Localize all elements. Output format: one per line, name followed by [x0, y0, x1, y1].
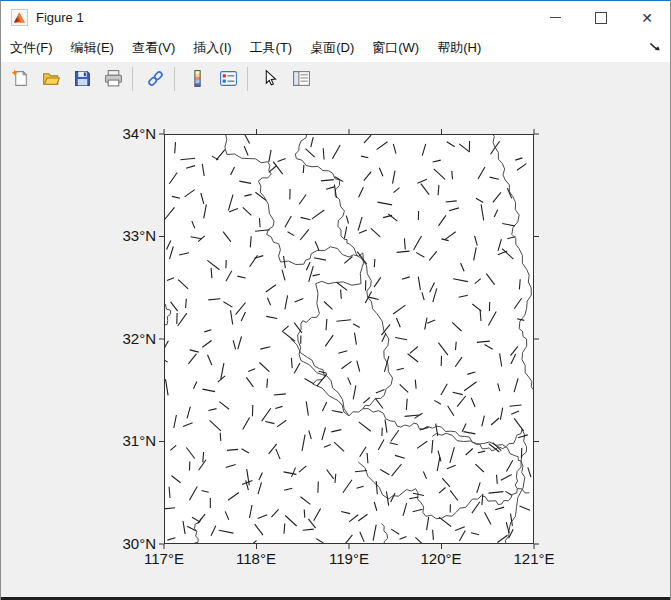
x-tick-label: 117°E: [144, 550, 184, 567]
window-title: Figure 1: [36, 10, 84, 25]
maximize-icon: [595, 12, 607, 24]
print-figure-button[interactable]: [99, 65, 127, 93]
matlab-icon: [11, 9, 28, 26]
close-icon: ✕: [641, 11, 653, 25]
insert-colorbar-button[interactable]: [183, 65, 211, 93]
menu-bar: 文件(F) 编辑(E) 查看(V) 插入(I) 工具(T) 桌面(D) 窗口(W…: [1, 34, 670, 63]
menu-desktop[interactable]: 桌面(D): [301, 34, 363, 62]
save-figure-button[interactable]: [68, 65, 96, 93]
toolbar-separator: [174, 67, 175, 91]
map-axes[interactable]: [164, 134, 534, 544]
link-icon: [146, 69, 165, 88]
figure-canvas-area: 34°N 33°N 32°N 31°N 30°N 117°E 118°E 119…: [1, 95, 671, 598]
figure-toolbar: [1, 62, 670, 96]
menu-view[interactable]: 查看(V): [123, 34, 184, 62]
toolbar-separator: [247, 67, 248, 91]
menu-insert[interactable]: 插入(I): [184, 34, 240, 62]
insert-legend-button[interactable]: [214, 65, 242, 93]
open-file-button[interactable]: [37, 65, 65, 93]
x-tick-label: 118°E: [236, 550, 276, 567]
maximize-button[interactable]: [578, 1, 624, 34]
new-figure-icon: [11, 69, 30, 88]
colorbar-icon: [188, 69, 207, 88]
x-tick-label: 119°E: [329, 550, 369, 567]
menu-edit[interactable]: 编辑(E): [62, 34, 123, 62]
y-tick-label: 32°N: [106, 330, 156, 347]
edit-plot-button[interactable]: [256, 65, 284, 93]
cursor-arrow-icon: [261, 69, 280, 88]
legend-icon: [219, 69, 238, 88]
x-tick-label: 120°E: [420, 550, 461, 567]
menu-help[interactable]: 帮助(H): [428, 34, 490, 62]
menu-window[interactable]: 窗口(W): [363, 34, 428, 62]
property-inspector-button[interactable]: [287, 65, 315, 93]
toolbar-separator: [132, 67, 133, 91]
minimize-icon: [550, 17, 561, 18]
menu-tools[interactable]: 工具(T): [241, 34, 302, 62]
open-folder-icon: [42, 69, 61, 88]
menu-file[interactable]: 文件(F): [1, 34, 62, 62]
print-icon: [104, 69, 123, 88]
new-figure-button[interactable]: [6, 65, 34, 93]
map-canvas[interactable]: [164, 134, 534, 544]
dock-figure-icon[interactable]: [646, 39, 664, 57]
link-plot-button[interactable]: [141, 65, 169, 93]
figure-window: Figure 1 ✕ 文件(F) 编辑(E) 查看(V) 插入(I) 工具(T)…: [0, 0, 671, 600]
inspector-icon: [292, 69, 311, 88]
close-button[interactable]: ✕: [624, 1, 670, 34]
y-tick-label: 33°N: [106, 227, 156, 244]
minimize-button[interactable]: [532, 1, 578, 34]
y-tick-label: 34°N: [106, 125, 156, 142]
y-tick-label: 31°N: [106, 432, 156, 449]
x-tick-label: 121°E: [513, 550, 554, 567]
save-icon: [73, 69, 92, 88]
title-bar[interactable]: Figure 1 ✕: [1, 1, 670, 34]
